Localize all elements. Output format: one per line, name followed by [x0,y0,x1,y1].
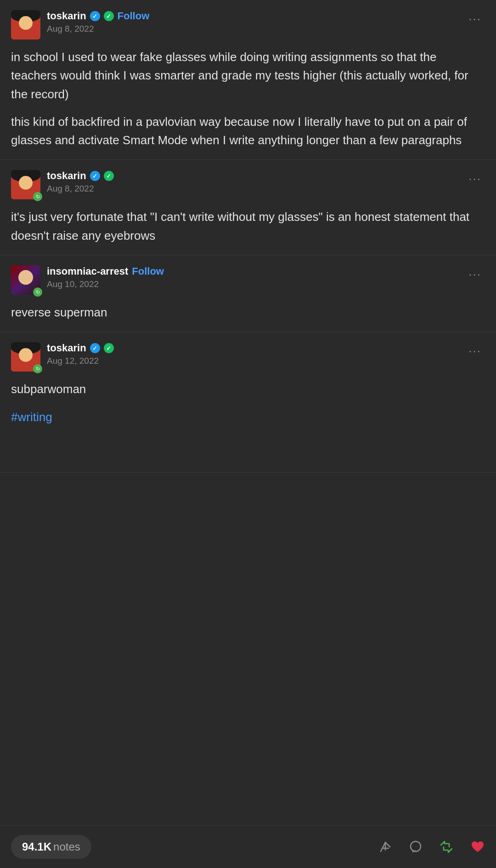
share-icon [378,840,392,854]
post-1-para-2: this kind of backfired in a pavlovian wa… [11,113,485,150]
svg-point-0 [411,841,421,851]
post-2-more-button[interactable]: ··· [465,170,485,188]
post-3-body: reverse superman [11,303,485,321]
post-1-username-row: toskarin ✓ ✓ Follow [47,10,149,22]
post-2-timestamp: Aug 8, 2022 [47,184,114,194]
post-3-timestamp: Aug 10, 2022 [47,279,164,289]
notes-count: 94.1K [22,840,51,853]
post-3-follow-button[interactable]: Follow [132,265,164,277]
post-4-body: subparwoman #writing [11,380,485,426]
post-1: toskarin ✓ ✓ Follow Aug 8, 2022 ··· in s… [0,0,496,160]
notes-pill-button[interactable]: 94.1Knotes [11,835,91,859]
post-2-username[interactable]: toskarin [47,170,86,182]
post-3-username-row: insomniac-arrest Follow [47,265,164,277]
post-1-para-1: in school I used to wear fake glasses wh… [11,48,485,103]
post-4-username[interactable]: toskarin [47,342,86,354]
avatar-toskarin-1[interactable] [11,10,40,39]
reblog-icon [439,840,454,854]
share-button[interactable] [378,840,392,854]
post-4-user-info: toskarin ✓ ✓ Aug 12, 2022 [47,342,114,366]
post-2-header-left: ↻ toskarin ✓ ✓ Aug 8, 2022 [11,170,114,199]
post-2-header: ↻ toskarin ✓ ✓ Aug 8, 2022 ··· [11,170,485,199]
post-4: ↻ toskarin ✓ ✓ Aug 12, 2022 ··· subparwo… [0,332,496,473]
post-4-username-row: toskarin ✓ ✓ [47,342,114,354]
post-2-para-1: it's just very fortunate that "I can't w… [11,208,485,245]
post-2-badge-blue: ✓ [90,171,100,181]
post-4-para-1: subparwoman [11,380,485,398]
post-4-badge-green: ✓ [104,343,114,353]
post-1-header-left: toskarin ✓ ✓ Follow Aug 8, 2022 [11,10,149,39]
post-2-username-row: toskarin ✓ ✓ [47,170,114,182]
reblog-badge-4: ↻ [33,364,42,373]
post-3-header-left: ↻ insomniac-arrest Follow Aug 10, 2022 [11,265,164,295]
post-1-header: toskarin ✓ ✓ Follow Aug 8, 2022 ··· [11,10,485,39]
reblog-badge-3: ↻ [33,287,42,297]
heart-icon [470,840,485,854]
post-3-more-button[interactable]: ··· [465,265,485,283]
post-2-body: it's just very fortunate that "I can't w… [11,208,485,245]
post-4-more-button[interactable]: ··· [465,342,485,360]
post-1-badge-blue: ✓ [90,11,100,21]
reblog-badge-2: ↻ [33,192,42,201]
post-3-para-1: reverse superman [11,303,485,321]
post-4-badge-blue: ✓ [90,343,100,353]
post-1-more-button[interactable]: ··· [465,10,485,28]
post-3-user-info: insomniac-arrest Follow Aug 10, 2022 [47,265,164,289]
post-2-badge-green: ✓ [104,171,114,181]
post-1-body: in school I used to wear fake glasses wh… [11,48,485,149]
comment-button[interactable] [409,840,423,854]
reblog-button[interactable] [439,840,454,854]
post-1-user-info: toskarin ✓ ✓ Follow Aug 8, 2022 [47,10,149,34]
post-1-username[interactable]: toskarin [47,10,86,22]
post-3: ↻ insomniac-arrest Follow Aug 10, 2022 ·… [0,255,496,332]
heart-button[interactable] [470,840,485,854]
post-1-timestamp: Aug 8, 2022 [47,24,149,34]
notes-bar: 94.1Knotes [0,825,496,868]
action-icons [378,840,485,854]
post-3-username[interactable]: insomniac-arrest [47,265,128,277]
post-2-user-info: toskarin ✓ ✓ Aug 8, 2022 [47,170,114,194]
notes-label: notes [53,840,80,853]
post-4-hashtag[interactable]: #writing [11,408,485,426]
post-2: ↻ toskarin ✓ ✓ Aug 8, 2022 ··· it's just… [0,160,496,255]
post-4-timestamp: Aug 12, 2022 [47,356,114,366]
post-1-badge-green: ✓ [104,11,114,21]
post-3-header: ↻ insomniac-arrest Follow Aug 10, 2022 ·… [11,265,485,295]
post-4-header: ↻ toskarin ✓ ✓ Aug 12, 2022 ··· [11,342,485,372]
post-1-follow-button[interactable]: Follow [118,10,150,22]
comment-icon [409,840,423,854]
post-4-header-left: ↻ toskarin ✓ ✓ Aug 12, 2022 [11,342,114,372]
